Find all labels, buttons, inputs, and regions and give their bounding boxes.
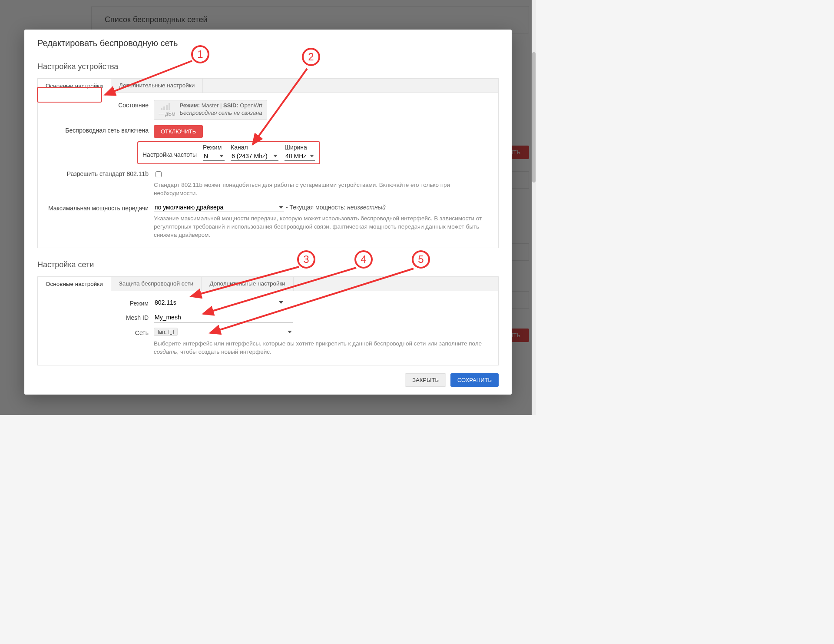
tab-device-general[interactable]: Основные настройки xyxy=(38,79,111,93)
scrollbar-thumb[interactable] xyxy=(532,52,536,183)
network-tab-body: Режим 802.11s Mesh ID Сеть xyxy=(37,291,499,365)
freq-width-select[interactable]: 40 MHz xyxy=(285,152,315,161)
status-box: --- дБм Режим: Master | SSID: OpenWrt Бе… xyxy=(154,100,267,120)
status-mode-value: Master xyxy=(202,102,219,109)
tab-network-advanced[interactable]: Дополнительные настройки xyxy=(202,277,294,291)
row-status: Состояние --- дБм Режим: Master | xyxy=(38,97,498,123)
row-frequency: Настройка частоты Режим N Канал 6 (2437 … xyxy=(38,140,498,166)
device-section-title: Настройка устройства xyxy=(37,60,499,74)
label-txpower: Максимальная мощность передачи xyxy=(38,203,149,212)
tab-device-advanced[interactable]: Дополнительные настройки xyxy=(111,79,203,93)
save-button[interactable]: СОХРАНИТЬ xyxy=(450,373,499,387)
page-scrollbar[interactable] xyxy=(532,0,536,415)
chevron-down-icon xyxy=(288,331,292,333)
tab-network-general[interactable]: Основные настройки xyxy=(38,277,111,291)
row-txpower: Максимальная мощность передачи по умолча… xyxy=(38,200,498,242)
network-multiselect[interactable]: lan: xyxy=(154,328,293,337)
legacy-checkbox[interactable] xyxy=(156,171,162,177)
network-badge-lan[interactable]: lan: xyxy=(154,328,178,336)
network-hint: Выберите интерфейс или интерфейсы, котор… xyxy=(154,340,484,356)
signal-dbm: --- дБм xyxy=(159,111,175,117)
label-mesh-id: Mesh ID xyxy=(38,312,149,321)
row-mode: Режим 802.11s xyxy=(38,295,498,310)
device-tabs: Основные настройки Дополнительные настро… xyxy=(37,78,499,93)
status-mode-label: Режим: xyxy=(179,102,200,109)
freq-channel-select[interactable]: 6 (2437 Mhz) xyxy=(231,152,278,161)
label-wireless-enabled: Беспроводная сеть включена xyxy=(38,125,149,134)
label-frequency: Настройка частоты xyxy=(142,151,197,161)
txpower-hint: Указание максимальной мощности передачи,… xyxy=(154,215,484,239)
tab-network-security[interactable]: Защита беспроводной сети xyxy=(111,277,202,291)
device-tab-body: Состояние --- дБм Режим: Master | xyxy=(37,93,499,248)
row-wireless-enabled: Беспроводная сеть включена ОТКЛЮЧИТЬ xyxy=(38,123,498,140)
row-mesh-id: Mesh ID xyxy=(38,310,498,325)
ethernet-icon xyxy=(169,330,174,334)
network-section-title: Настройка сети xyxy=(37,258,499,272)
freq-mode-title: Режим xyxy=(203,144,225,151)
modal-footer: ЗАКРЫТЬ СОХРАНИТЬ xyxy=(37,373,499,387)
close-button[interactable]: ЗАКРЫТЬ xyxy=(405,373,446,387)
mode-select[interactable]: 802.11s xyxy=(154,298,284,307)
freq-channel-title: Канал xyxy=(231,144,278,151)
status-note: Беспроводная сеть не связана xyxy=(179,110,262,116)
frequency-group: Настройка частоты Режим N Канал 6 (2437 … xyxy=(137,141,320,164)
label-status: Состояние xyxy=(38,100,149,109)
modal-title: Редактировать беспроводную сеть xyxy=(37,38,499,48)
mesh-id-input[interactable] xyxy=(154,312,293,322)
label-legacy: Разрешить стандарт 802.11b xyxy=(38,169,149,177)
label-network: Сеть xyxy=(38,328,149,336)
disable-button[interactable]: ОТКЛЮЧИТЬ xyxy=(154,125,203,138)
txpower-current-prefix: - Текущая мощность: xyxy=(286,204,345,211)
network-tabs: Основные настройки Защита беспроводной с… xyxy=(37,276,499,291)
txpower-current-value: неизвестный xyxy=(347,204,386,211)
freq-width-title: Ширина xyxy=(285,144,315,151)
legacy-hint: Стандарт 802.11b может понадобиться для … xyxy=(154,181,484,198)
signal-icon xyxy=(161,102,173,110)
edit-wireless-modal: Редактировать беспроводную сеть Настройк… xyxy=(24,30,512,395)
status-ssid-value: OpenWrt xyxy=(240,102,262,109)
row-legacy: Разрешить стандарт 802.11b Стандарт 802.… xyxy=(38,166,498,200)
status-ssid-label: SSID: xyxy=(223,102,238,109)
label-mode: Режим xyxy=(38,298,149,307)
row-network: Сеть lan: Выберите интерфейс или интерфе… xyxy=(38,325,498,359)
txpower-select[interactable]: по умолчанию драйвера xyxy=(154,203,284,212)
freq-mode-select[interactable]: N xyxy=(203,152,225,161)
label-frequency-outer xyxy=(38,141,149,151)
